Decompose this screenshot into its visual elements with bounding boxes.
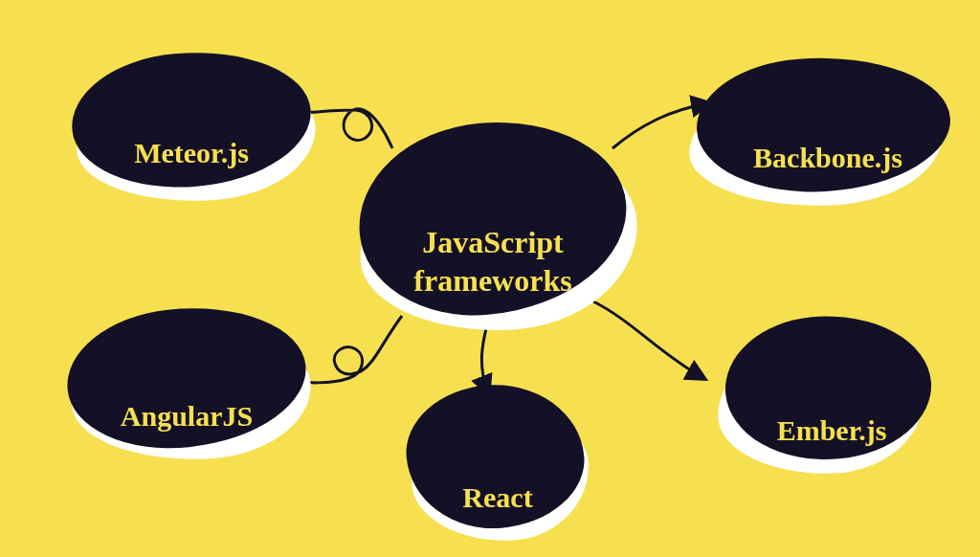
angular-label: AngularJS: [121, 400, 253, 433]
node-meteor: Meteor.js: [67, 53, 316, 196]
node-react: React: [402, 383, 593, 536]
node-ember: Ember.js: [718, 316, 938, 469]
backbone-label: Backbone.js: [753, 142, 902, 174]
react-label: React: [462, 481, 532, 514]
center-node: JavaScript frameworks: [354, 115, 632, 321]
node-backbone: Backbone.js: [689, 57, 957, 201]
ember-label: Ember.js: [777, 414, 887, 447]
center-label: JavaScript frameworks: [413, 223, 571, 300]
center-line2: frameworks: [413, 263, 571, 298]
center-line1: JavaScript: [422, 225, 564, 259]
meteor-label: Meteor.js: [134, 137, 249, 169]
node-angular: AngularJS: [62, 306, 311, 459]
